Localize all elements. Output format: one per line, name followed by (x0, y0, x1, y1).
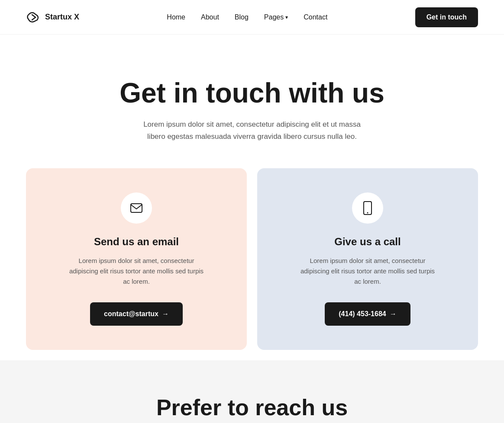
email-card-title: Send us an email (94, 236, 179, 248)
nav-item-contact[interactable]: Contact (304, 13, 327, 21)
bottom-section: Prefer to reach us out directly? Lorem i… (0, 360, 504, 423)
phone-button[interactable]: (414) 453-1684 → (325, 302, 410, 326)
phone-icon (363, 201, 372, 215)
svg-rect-0 (131, 204, 142, 212)
email-card-description: Lorem ipsum dolor sit amet, consectetur … (67, 256, 206, 287)
hero-section: Get in touch with us Lorem ipsum dolor s… (0, 35, 504, 168)
logo-text: Startux X (45, 13, 79, 22)
nav-item-pages[interactable]: Pages ▾ (264, 13, 288, 21)
nav-item-about[interactable]: About (201, 13, 219, 21)
phone-icon-wrap (352, 192, 383, 224)
cards-section: Send us an email Lorem ipsum dolor sit a… (0, 168, 504, 350)
hero-title: Get in touch with us (26, 78, 478, 108)
arrow-icon: → (162, 310, 169, 318)
get-in-touch-button[interactable]: Get in touch (415, 7, 478, 27)
phone-card-title: Give us a call (334, 236, 401, 248)
nav-links: Home About Blog Pages ▾ Contact (167, 13, 327, 21)
bottom-title: Prefer to reach us out directly? (26, 395, 478, 423)
email-icon (130, 203, 142, 213)
nav-item-home[interactable]: Home (167, 13, 185, 21)
phone-card-description: Lorem ipsum dolor sit amet, consectetur … (298, 256, 437, 287)
hero-description: Lorem ipsum dolor sit amet, consectetur … (139, 119, 365, 142)
arrow-icon: → (390, 310, 397, 318)
nav-item-blog[interactable]: Blog (235, 13, 249, 21)
email-icon-wrap (121, 192, 152, 224)
navbar: Startux X Home About Blog Pages ▾ Contac… (0, 0, 504, 35)
logo[interactable]: Startux X (26, 10, 79, 25)
chevron-down-icon: ▾ (285, 14, 288, 20)
logo-icon (26, 10, 42, 25)
phone-card: Give us a call Lorem ipsum dolor sit ame… (257, 168, 478, 350)
email-button[interactable]: contact@startux → (90, 302, 183, 326)
email-card: Send us an email Lorem ipsum dolor sit a… (26, 168, 247, 350)
svg-point-2 (367, 212, 368, 213)
